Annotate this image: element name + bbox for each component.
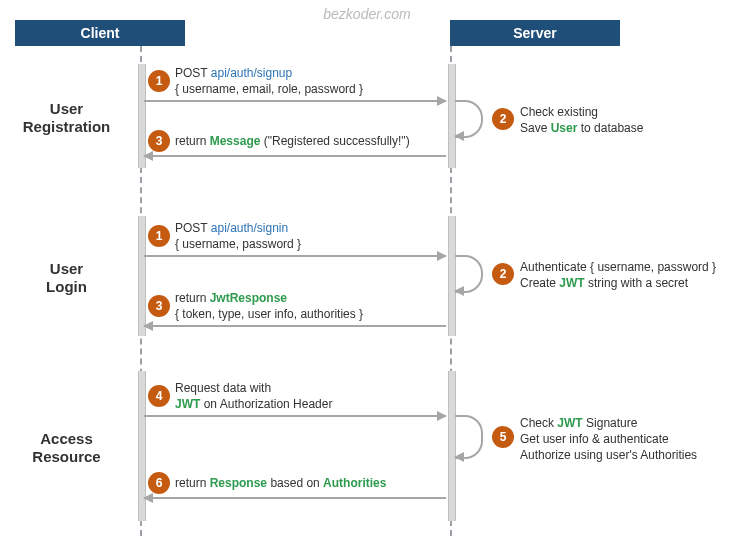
arrow-acc-4 (144, 415, 446, 417)
arrow-reg-3 (144, 155, 446, 157)
arrow-login-3 (144, 325, 446, 327)
msg-reg-2: Check existing Save User to database (520, 104, 643, 136)
badge-login-3: 3 (148, 295, 170, 317)
arrow-login-1 (144, 255, 446, 257)
section-label-registration: User Registration (14, 100, 119, 136)
badge-acc-4: 4 (148, 385, 170, 407)
msg-reg-1: POST api/auth/signup { username, email, … (175, 65, 363, 97)
msg-login-3: return JwtResponse { token, type, user i… (175, 290, 363, 322)
msg-login-2: Authenticate { username, password } Crea… (520, 259, 716, 291)
msg-acc-6: return Response based on Authorities (175, 475, 386, 491)
badge-reg-2: 2 (492, 108, 514, 130)
lifeline-client (140, 46, 142, 536)
arrow-login-2-self (455, 255, 483, 293)
lane-header-client: Client (15, 20, 185, 46)
badge-login-2: 2 (492, 263, 514, 285)
msg-acc-4: Request data with JWT on Authorization H… (175, 380, 332, 412)
badge-acc-5: 5 (492, 426, 514, 448)
lane-header-server: Server (450, 20, 620, 46)
badge-login-1: 1 (148, 225, 170, 247)
arrow-acc-5-self (455, 415, 483, 459)
msg-login-1: POST api/auth/signin { username, passwor… (175, 220, 301, 252)
activation-client-login (138, 216, 146, 336)
watermark: bezkoder.com (323, 6, 410, 22)
arrow-reg-2-self (455, 100, 483, 138)
badge-acc-6: 6 (148, 472, 170, 494)
arrow-reg-1 (144, 100, 446, 102)
msg-acc-5: Check JWT Signature Get user info & auth… (520, 415, 697, 464)
msg-reg-3: return Message ("Registered successfully… (175, 133, 410, 149)
badge-reg-3: 3 (148, 130, 170, 152)
section-label-login: User Login (14, 260, 119, 296)
section-label-access: Access Resource (14, 430, 119, 466)
arrow-acc-6 (144, 497, 446, 499)
badge-reg-1: 1 (148, 70, 170, 92)
lifeline-server (450, 46, 452, 536)
